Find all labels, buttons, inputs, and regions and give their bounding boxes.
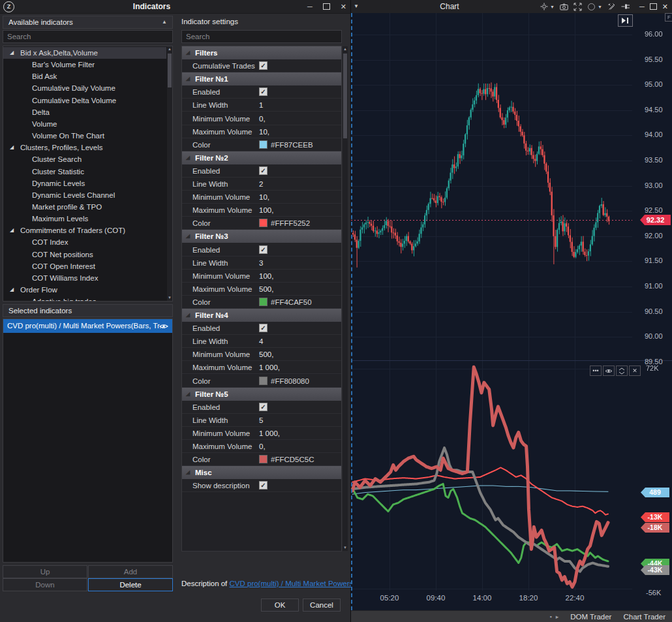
settings-property-row[interactable]: Line Width1 bbox=[182, 99, 341, 112]
settings-section-header[interactable]: ◢Filter №3 bbox=[182, 230, 341, 243]
maximize-button[interactable] bbox=[650, 3, 657, 10]
tree-item[interactable]: Cluster Statistic bbox=[3, 166, 166, 178]
tree-item[interactable]: Cluster Search bbox=[3, 153, 166, 165]
color-hex-value[interactable]: #FFCD5C5C bbox=[271, 453, 314, 466]
expander-icon[interactable]: ◢ bbox=[10, 225, 14, 236]
settings-section-header[interactable]: ◢Misc bbox=[182, 466, 341, 479]
property-value[interactable]: 100, bbox=[259, 204, 273, 217]
color-swatch[interactable] bbox=[259, 377, 267, 385]
settings-section-header[interactable]: ◢Filter №1 bbox=[182, 72, 341, 86]
property-value[interactable]: 5 bbox=[259, 414, 263, 427]
indicator-pane-canvas[interactable] bbox=[351, 361, 632, 591]
settings-property-row[interactable]: Maximum Volume100, bbox=[182, 204, 341, 217]
ok-button[interactable]: OK bbox=[261, 599, 299, 612]
close-pane-icon[interactable]: ✕ bbox=[629, 365, 641, 376]
expander-icon[interactable]: ◢ bbox=[186, 230, 190, 243]
tree-item[interactable]: Delta bbox=[3, 106, 166, 118]
tree-item[interactable]: Dynamic Levels bbox=[3, 178, 166, 189]
settings-property-row[interactable]: Line Width3 bbox=[182, 257, 341, 270]
checkbox[interactable]: ✓ bbox=[259, 324, 267, 332]
color-swatch[interactable] bbox=[259, 298, 267, 306]
tree-item[interactable]: Bid Ask bbox=[3, 70, 166, 82]
property-value[interactable]: 1 000, bbox=[259, 361, 280, 374]
cursor-dropdown-caret-icon[interactable]: ▼ bbox=[550, 5, 555, 9]
color-circle-icon[interactable] bbox=[587, 3, 596, 11]
property-value[interactable]: 0, bbox=[259, 112, 266, 125]
property-value[interactable]: 100, bbox=[259, 270, 273, 283]
tree-item[interactable]: Bar's Volume Filter bbox=[3, 59, 166, 70]
expander-icon[interactable]: ◢ bbox=[10, 142, 14, 153]
go-to-realtime-button[interactable] bbox=[618, 14, 633, 27]
chart-titlebar[interactable]: ▼ Chart ▼ ▼ bbox=[351, 0, 672, 14]
property-value[interactable]: 1 000, bbox=[259, 427, 280, 440]
scroll-up-icon[interactable]: ▲ bbox=[167, 46, 172, 52]
expander-icon[interactable]: ◢ bbox=[186, 46, 190, 59]
expander-icon[interactable]: ◢ bbox=[186, 388, 190, 401]
settings-property-row[interactable]: Color#FFCD5C5C bbox=[182, 453, 341, 466]
window-menu-caret-icon[interactable]: ▼ bbox=[354, 0, 359, 13]
tree-scrollbar-thumb[interactable] bbox=[168, 54, 172, 87]
tree-item[interactable]: Cumulative Daily Volume bbox=[3, 82, 166, 94]
pin-icon[interactable] bbox=[621, 3, 630, 10]
settings-search-input[interactable] bbox=[181, 30, 342, 43]
property-value[interactable]: 500, bbox=[259, 283, 273, 296]
settings-property-row[interactable]: Minimum Volume0, bbox=[182, 112, 341, 125]
settings-property-row[interactable]: Maximum Volume1 000, bbox=[182, 361, 341, 374]
selected-indicator-row[interactable]: CVD pro(multi) / Multi Market Powers(Bar… bbox=[3, 319, 172, 333]
expand-tabs-icon[interactable]: ▸ bbox=[556, 614, 559, 620]
down-button[interactable]: Down bbox=[3, 578, 87, 591]
tree-scrollbar[interactable]: ▲ ▼ bbox=[167, 46, 172, 301]
tree-group-item[interactable]: ◢Commitments of Traders (COT) bbox=[3, 225, 166, 236]
tree-group-item[interactable]: ◢Bid x Ask,Delta,Volume bbox=[3, 47, 166, 59]
indicator-visibility-eye-icon[interactable] bbox=[603, 365, 615, 376]
tree-item[interactable]: Cumulative Delta Volume bbox=[3, 95, 166, 106]
checkbox[interactable]: ✓ bbox=[259, 481, 267, 490]
tree-group-item[interactable]: ◢Order Flow bbox=[3, 284, 166, 296]
visibility-eye-icon[interactable] bbox=[159, 323, 168, 330]
color-hex-value[interactable]: #FF808080 bbox=[271, 375, 309, 388]
color-dropdown-caret-icon[interactable]: ▼ bbox=[598, 5, 602, 9]
tree-item[interactable]: COT Williams Index bbox=[3, 272, 166, 284]
add-button[interactable]: Add bbox=[88, 565, 173, 578]
settings-property-row[interactable]: Cumulative Trades✓ bbox=[182, 59, 341, 72]
window-splitter[interactable] bbox=[351, 13, 352, 610]
settings-property-row[interactable]: Line Width4 bbox=[182, 335, 341, 348]
settings-property-row[interactable]: Maximum Volume500, bbox=[182, 283, 341, 296]
settings-property-row[interactable]: Line Width2 bbox=[182, 178, 341, 191]
property-value[interactable]: 4 bbox=[259, 335, 263, 348]
property-value[interactable]: 500, bbox=[259, 348, 273, 361]
property-value[interactable]: 0, bbox=[259, 440, 266, 453]
color-hex-value[interactable]: #FF4CAF50 bbox=[271, 296, 312, 309]
panel-square-icon[interactable]: ▪ bbox=[549, 614, 551, 620]
property-value[interactable]: 2 bbox=[259, 178, 263, 191]
minimize-button[interactable]: ─ bbox=[307, 0, 313, 13]
checkbox[interactable]: ✓ bbox=[259, 245, 267, 254]
settings-property-row[interactable]: Minimum Volume500, bbox=[182, 348, 341, 361]
expander-icon[interactable]: ◢ bbox=[10, 284, 14, 296]
settings-section-header[interactable]: ◢Filters bbox=[182, 46, 341, 59]
color-hex-value[interactable]: #FF87CEEB bbox=[271, 138, 313, 151]
expander-icon[interactable]: ◢ bbox=[186, 309, 190, 322]
tree-item[interactable]: Volume On The Chart bbox=[3, 130, 166, 142]
tab-dom-trader[interactable]: DOM Trader bbox=[570, 613, 611, 621]
tree-item[interactable]: COT Index bbox=[3, 236, 166, 248]
color-swatch[interactable] bbox=[259, 455, 267, 463]
settings-property-row[interactable]: Enabled✓ bbox=[182, 164, 341, 178]
tree-item[interactable]: COT Open Interest bbox=[3, 260, 166, 272]
indicators-titlebar[interactable]: Z Indicators ─ ✕ bbox=[0, 0, 350, 14]
available-indicators-header[interactable]: Available indicators ▲ bbox=[3, 16, 173, 29]
maximize-button[interactable] bbox=[323, 3, 330, 10]
property-value[interactable]: 10, bbox=[259, 125, 269, 138]
settings-section-header[interactable]: ◢Filter №4 bbox=[182, 309, 341, 322]
tab-chart-trader[interactable]: Chart Trader bbox=[623, 613, 665, 621]
corner-flag-box[interactable]: F bbox=[665, 13, 672, 22]
collapse-up-icon[interactable]: ▲ bbox=[162, 16, 167, 28]
expander-icon[interactable]: ◢ bbox=[10, 47, 14, 59]
settings-property-row[interactable]: Color#FF808080 bbox=[182, 375, 341, 388]
camera-icon[interactable] bbox=[560, 3, 568, 10]
available-indicators-tree[interactable]: ◢Bid x Ask,Delta,VolumeBar's Volume Filt… bbox=[3, 46, 173, 302]
selected-indicators-list[interactable]: CVD pro(multi) / Multi Market Powers(Bar… bbox=[3, 319, 173, 563]
tools-icon[interactable] bbox=[607, 3, 616, 10]
tree-item[interactable]: Maximum Levels bbox=[3, 213, 166, 225]
indicator-settings-grid[interactable]: ◢FiltersCumulative Trades✓◢Filter №1Enab… bbox=[181, 46, 342, 552]
